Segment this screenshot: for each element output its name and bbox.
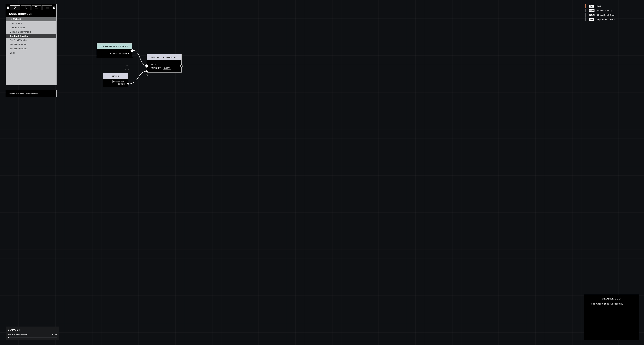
budget-bar <box>8 337 57 338</box>
menu-icon <box>46 7 49 9</box>
data-out-pin-icon[interactable] <box>131 56 133 58</box>
budget-row-label: NODES REMAINING <box>8 334 27 336</box>
node-output-round-number[interactable]: ROUND NUMBER <box>97 49 132 58</box>
hotkey-key: PgUp <box>589 10 594 12</box>
log-line: --- Node Graph built successfully <box>586 302 637 305</box>
hotkey-key: Tab <box>589 18 594 21</box>
list-item[interactable]: Declare Skull Variable <box>6 30 56 34</box>
budget-row: NODES REMAINING 3/128 <box>8 334 57 336</box>
tab-menu[interactable] <box>42 5 52 10</box>
budget-title: BUDGET <box>8 328 57 331</box>
desc-text: Returns true if the <box>8 93 24 95</box>
node-description-panel: Returns true if the Skull is enabled <box>6 90 56 97</box>
folder-icon <box>35 7 38 9</box>
list-item[interactable]: Cast to Skull <box>6 21 56 26</box>
node-set-skull-enabled[interactable]: SET SKULL ENABLED SKULL ENABLED TRUE <box>147 54 182 72</box>
node-title: SKULL <box>103 73 128 79</box>
back-arrow-icon: ← <box>7 18 10 20</box>
node-input-skull[interactable]: SKULL <box>150 63 182 66</box>
list-item[interactable]: Set Skull Enabled <box>6 42 56 46</box>
hotkey-row: PgUpQuick Scroll Up <box>585 9 639 12</box>
hotkey-accent-bar <box>585 13 586 17</box>
global-log-panel: GLOBAL LOG --- Node Graph built successf… <box>584 295 639 340</box>
tab-files[interactable] <box>32 5 42 10</box>
budget-bar-fill <box>8 337 9 338</box>
node-title: ON GAMEPLAY START <box>97 44 132 49</box>
tab-nodes[interactable] <box>10 5 20 10</box>
hotkey-label: Expand All In Menu <box>596 18 615 21</box>
desc-text: is enabled <box>29 93 38 95</box>
browser-category-label: SKULLS <box>11 18 21 20</box>
log-title-box: GLOBAL LOG <box>586 296 637 301</box>
gear-icon <box>25 6 27 9</box>
right-bumper-hint: E <box>53 6 56 9</box>
box-icon <box>14 6 16 9</box>
node-input-label: ENABLED <box>150 67 162 69</box>
context-menu-dot-icon[interactable] <box>125 66 130 70</box>
list-item[interactable]: Compare Skulls <box>6 26 56 30</box>
list-item[interactable]: Set Skull Variable <box>6 46 56 51</box>
data-out-pin-icon[interactable] <box>127 83 129 84</box>
node-output-label: SKULL <box>118 83 126 85</box>
hotkey-row: PgDnQuick Scroll Down <box>585 13 639 17</box>
left-bumper-hint: O <box>7 6 9 9</box>
data-in-pin-icon[interactable] <box>146 70 148 72</box>
browser-category-header[interactable]: ← SKULLS <box>6 16 56 21</box>
browser-tab-bar: O E <box>6 4 56 11</box>
hotkey-key: PgDn <box>589 14 594 16</box>
node-input-value: TRUE <box>163 67 171 70</box>
node-input-enabled[interactable]: ENABLED TRUE <box>150 67 182 69</box>
node-browser-panel: O E NODE BROWSER ← SKULLS Cast to SkullC… <box>6 4 56 85</box>
hotkey-accent-bar <box>585 9 586 12</box>
hotkey-key: Esc <box>589 5 594 8</box>
hotkey-accent-bar <box>585 4 586 8</box>
browser-title: NODE BROWSER <box>6 11 56 16</box>
budget-panel: BUDGET NODES REMAINING 3/128 <box>6 326 58 340</box>
hotkey-accent-bar <box>585 18 586 21</box>
budget-row-value: 3/128 <box>52 334 57 336</box>
list-item[interactable]: Skull <box>6 51 56 55</box>
node-output-skull[interactable]: BANDANA SKULL <box>103 79 128 87</box>
tab-settings[interactable] <box>21 5 31 10</box>
node-skull[interactable]: SKULL BANDANA SKULL <box>103 73 128 87</box>
hotkey-legend: EscBackPgUpQuick Scroll UpPgDnQuick Scro… <box>585 4 639 22</box>
list-item[interactable]: Get Skull Variable <box>6 38 56 42</box>
node-title: SET SKULL ENABLED <box>147 54 182 60</box>
hotkey-label: Quick Scroll Down <box>597 14 615 16</box>
log-title: GLOBAL LOG <box>586 297 636 300</box>
list-item[interactable]: Get Skull Enabled <box>6 34 56 38</box>
data-in-pin-icon[interactable] <box>146 74 148 76</box>
hotkey-row: TabExpand All In Menu <box>585 18 639 21</box>
node-on-gameplay-start[interactable]: ON GAMEPLAY START ROUND NUMBER <box>97 43 132 58</box>
browser-list: ← SKULLS Cast to SkullCompare SkullsDecl… <box>6 16 56 85</box>
hotkey-label: Back <box>596 5 601 8</box>
desc-em: Skull <box>24 93 29 95</box>
hotkey-label: Quick Scroll Up <box>597 10 612 12</box>
browser-empty-area <box>6 55 56 85</box>
hotkey-row: EscBack <box>585 4 639 8</box>
